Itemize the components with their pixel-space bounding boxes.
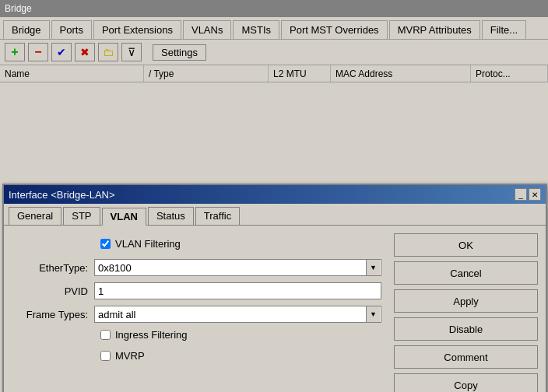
dialog-left: VLAN Filtering EtherType: 0x8100 ▼ PVID [12, 233, 386, 392]
dialog-tab-general[interactable]: General [9, 207, 61, 225]
filter-button[interactable]: ⊽ [121, 43, 142, 61]
dialog-tab-vlan[interactable]: VLAN [102, 208, 146, 226]
ingress-filtering-row: Ingress Filtering [16, 329, 381, 341]
title-bar: Bridge [0, 0, 548, 17]
table-header: Name / Type L2 MTU MAC Address Protoc... [0, 65, 548, 82]
tab-filter[interactable]: Filte... [482, 20, 526, 39]
window-title: Bridge [5, 3, 32, 14]
dialog-title-buttons: _ ✕ [515, 188, 541, 201]
remove-button[interactable]: − [28, 43, 48, 61]
frame-types-row: Frame Types: admit all ▼ [16, 306, 381, 323]
mvrp-checkbox[interactable] [100, 351, 111, 361]
th-type: / Type [144, 65, 269, 82]
dialog-tab-traffic[interactable]: Traffic [195, 207, 240, 225]
dialog-title-text: Interface <Bridge-LAN> [9, 189, 115, 201]
tab-ports[interactable]: Ports [51, 20, 92, 39]
dialog-minimize-button[interactable]: _ [515, 188, 527, 201]
frame-types-select-wrap: admit all ▼ [94, 306, 381, 323]
ethertype-select[interactable]: 0x8100 [94, 259, 381, 276]
pvid-label: PVID [16, 285, 94, 297]
dialog-body: VLAN Filtering EtherType: 0x8100 ▼ PVID [4, 225, 546, 392]
ok-button[interactable]: OK [394, 233, 538, 257]
tab-mstis[interactable]: MSTIs [233, 20, 279, 39]
ethertype-label: EtherType: [16, 262, 94, 274]
th-protocol: Protoc... [471, 65, 548, 82]
pvid-row: PVID [16, 282, 381, 299]
dialog-right: OK Cancel Apply Disable Comment Copy Rem… [394, 233, 538, 392]
toolbar: + − ✔ ✖ 🗀 ⊽ Settings [0, 40, 548, 65]
ethertype-row: EtherType: 0x8100 ▼ [16, 259, 381, 276]
ingress-filtering-label: Ingress Filtering [115, 329, 187, 341]
tab-vlans[interactable]: VLANs [183, 20, 231, 39]
cross-button[interactable]: ✖ [75, 43, 95, 61]
folder-button[interactable]: 🗀 [98, 43, 118, 61]
comment-button[interactable]: Comment [394, 345, 538, 369]
th-l2mtu: L2 MTU [269, 65, 331, 82]
mvrp-label: MVRP [115, 350, 145, 362]
copy-button[interactable]: Copy [394, 373, 538, 392]
vlan-filtering-row: VLAN Filtering [16, 238, 381, 250]
ingress-filtering-checkbox[interactable] [100, 330, 111, 340]
mvrp-row: MVRP [16, 350, 381, 362]
dialog-tab-stp[interactable]: STP [63, 207, 100, 225]
disable-button[interactable]: Disable [394, 317, 538, 341]
vlan-filtering-checkbox[interactable] [100, 239, 111, 249]
dialog-tab-bar: General STP VLAN Status Traffic [4, 204, 546, 225]
tab-port-extensions[interactable]: Port Extensions [93, 20, 181, 39]
tab-bar: Bridge Ports Port Extensions VLANs MSTIs… [0, 17, 548, 40]
frame-types-select[interactable]: admit all [94, 306, 381, 323]
add-button[interactable]: + [5, 43, 25, 61]
cancel-button[interactable]: Cancel [394, 261, 538, 285]
ethertype-select-wrap: 0x8100 ▼ [94, 259, 381, 276]
pvid-input[interactable] [94, 282, 381, 299]
tab-mvrp-attributes[interactable]: MVRP Attributes [389, 20, 480, 39]
tab-bridge[interactable]: Bridge [3, 20, 50, 39]
th-name: Name [0, 65, 144, 82]
dialog: Interface <Bridge-LAN> _ ✕ General STP V… [2, 184, 547, 392]
dialog-close-button[interactable]: ✕ [529, 188, 541, 201]
frame-types-label: Frame Types: [16, 309, 94, 320]
settings-button[interactable]: Settings [153, 44, 206, 61]
apply-button[interactable]: Apply [394, 289, 538, 313]
tab-port-mst-overrides[interactable]: Port MST Overrides [281, 20, 388, 39]
th-mac-address: MAC Address [331, 65, 471, 82]
dialog-tab-status[interactable]: Status [148, 207, 194, 225]
dialog-title-bar: Interface <Bridge-LAN> _ ✕ [4, 185, 546, 204]
vlan-filtering-label: VLAN Filtering [115, 238, 181, 250]
check-button[interactable]: ✔ [51, 43, 72, 61]
